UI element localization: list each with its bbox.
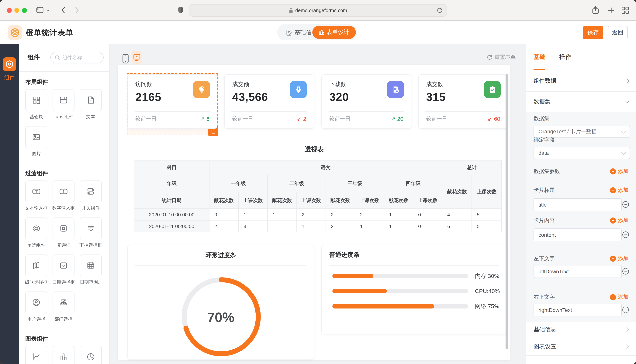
chevron-down-icon[interactable] [46, 10, 50, 12]
plus-icon [610, 187, 616, 193]
search-icon [55, 55, 60, 60]
search-placeholder: 组件名称 [62, 54, 82, 61]
component-item-date-picker[interactable]: 日期选择框 [53, 254, 75, 286]
reset-form-button[interactable]: 重置表单 [487, 54, 516, 61]
add-card-title-button[interactable]: 添加 [610, 187, 628, 194]
component-item-checkbox[interactable]: 复选框 [53, 218, 75, 248]
checkbox-icon [59, 224, 68, 233]
page-title: 橙单统计表单 [26, 28, 73, 38]
component-item-basic-block[interactable]: 基础块 [25, 89, 47, 120]
dataset-select[interactable]: OrangeTest / 卡片一数据 [534, 126, 630, 138]
sidebar-toggle-icon[interactable] [36, 7, 44, 14]
share-icon[interactable] [592, 6, 599, 15]
stat-card-visits[interactable]: 访问数 2165 较前一日 ↗ 6 [127, 74, 218, 129]
save-button[interactable]: 保存 [583, 26, 603, 39]
chevron-right-icon [624, 344, 629, 348]
component-item-number-input[interactable]: 数字输入框 [53, 180, 75, 212]
row-component-data[interactable]: 组件数据 [526, 70, 636, 92]
chevron-down-icon [624, 98, 629, 103]
add-card-content-button[interactable]: 添加 [610, 217, 628, 224]
remove-right-down-button[interactable] [622, 306, 629, 313]
text-doc-icon [86, 96, 95, 104]
component-search-input[interactable]: 组件名称 [50, 52, 104, 64]
privacy-shield-icon[interactable] [178, 6, 184, 14]
browser-window: demo.orangeforms.com [0, 0, 636, 364]
minimize-window-button[interactable] [14, 8, 19, 13]
mobile-preview-icon[interactable] [122, 54, 129, 64]
remove-card-title-button[interactable] [622, 201, 629, 208]
remove-left-down-button[interactable] [622, 268, 629, 274]
right-down-text-input[interactable]: rightDownText [534, 304, 622, 316]
ring-progress-widget[interactable]: 环形进度条 70% [127, 245, 314, 360]
stat-card-deals[interactable]: 成交数 315 较前一日 ↙ 60 [418, 74, 508, 129]
section-title-filter: 过滤组件 [25, 170, 103, 177]
component-item-bar-chart[interactable] [53, 346, 75, 364]
chevron-down-icon [621, 150, 626, 154]
hexagon-component-icon [5, 60, 14, 68]
row-basic-info[interactable]: 基础信息 [526, 322, 636, 337]
tab-basic[interactable]: 基础 [534, 53, 546, 61]
zoom-window-button[interactable] [22, 8, 27, 13]
plus-icon [610, 256, 616, 262]
address-bar[interactable]: demo.orangeforms.com [189, 4, 447, 16]
component-item-date-range[interactable]: 日期范围... [80, 254, 102, 286]
card-title-input[interactable]: title [534, 198, 622, 211]
tab-overview-icon[interactable] [622, 7, 629, 14]
new-tab-icon[interactable] [608, 7, 614, 14]
line-chart-icon [32, 352, 41, 361]
progress-label-memory: 内存:30% [475, 273, 499, 279]
app-header: 橙单统计表单 基础信息 表单设计 保存 返回 [0, 21, 636, 44]
canvas-scrollbar[interactable] [506, 74, 508, 349]
tabs-layout-icon [59, 96, 68, 104]
compare-label: 较前一日 [232, 116, 253, 122]
palette-title: 组件 [28, 54, 40, 62]
pivot-row-2: 2020-01-11 00:00:00 23 11 21 10 65 [134, 220, 502, 232]
grid-blocks-icon [32, 96, 41, 104]
component-item-image[interactable]: 图片 [25, 126, 47, 157]
left-down-text-input[interactable]: leftDownText [534, 265, 622, 278]
remove-card-content-button[interactable] [622, 232, 629, 238]
dataset-field-label: 数据集 [534, 115, 549, 122]
component-item-text-input[interactable]: 文本输入框 [25, 180, 47, 212]
reload-icon[interactable] [437, 8, 443, 14]
bind-field-select[interactable]: data [534, 147, 630, 159]
clipboard-check-icon [484, 81, 501, 98]
pivot-row-1: 2020-01-10 00:00:00 01 12 22 10 45 [134, 208, 502, 220]
component-item-user-select[interactable]: 用户选择 [25, 292, 47, 322]
component-item-text[interactable]: 文本 [80, 89, 102, 120]
close-window-button[interactable] [7, 8, 12, 13]
chevron-right-icon [624, 327, 629, 332]
date-range-icon [86, 261, 95, 270]
component-item-cascader[interactable]: 级联选择框 [25, 254, 47, 286]
bar-chart-component-icon [59, 352, 68, 361]
add-left-down-button[interactable]: 添加 [610, 255, 628, 262]
plain-progress-widget[interactable]: 普通进度条 内存:30% CPU:40% 网络:75% [321, 245, 507, 334]
tab-actions[interactable]: 操作 [559, 53, 571, 61]
card-content-input[interactable]: content [534, 228, 622, 241]
component-item-select[interactable]: 下拉选择框 [80, 218, 102, 248]
row-dataset[interactable]: 数据集 [526, 92, 636, 112]
component-item-switch[interactable]: 开关组件 [80, 180, 102, 212]
stat-card-deal-amount[interactable]: 成交额 43,566 较前一日 ↙ [224, 74, 314, 129]
rail-item-components[interactable] [3, 58, 16, 71]
component-item-dept-select[interactable]: 部门选择 [53, 292, 75, 322]
forward-icon[interactable] [75, 6, 79, 14]
add-dataset-param-button[interactable]: 添加 [610, 168, 628, 175]
url-text: demo.orangeforms.com [295, 8, 347, 13]
row-chart-settings[interactable]: 图表设置 [526, 337, 636, 356]
desktop-preview-toggle[interactable] [132, 51, 142, 64]
component-item-tabs[interactable]: Tabs 组件 [53, 89, 75, 120]
back-button[interactable]: 返回 [608, 26, 628, 39]
add-right-down-button[interactable]: 添加 [610, 294, 628, 300]
component-item-pie-chart[interactable] [80, 346, 102, 364]
pivot-table: 科目 语文 总计 年级 一年级 二年级 三年级 四年级 献花次数 上课次数 [134, 160, 502, 232]
progress-label-cpu: CPU:40% [475, 288, 500, 294]
stat-card-downloads[interactable]: 下载数 320 [321, 74, 411, 129]
dataset-settings-section: 数据集 OrangeTest / 卡片一数据 绑定字段 data 数据集参数 添… [526, 112, 636, 322]
component-item-line-chart[interactable] [25, 346, 47, 364]
back-icon[interactable] [61, 6, 65, 14]
tab-form-design[interactable]: 表单设计 [312, 26, 356, 39]
progress-bar-cpu [332, 289, 468, 294]
component-item-radio[interactable]: 单选组件 [25, 218, 47, 248]
form-info-icon [286, 30, 292, 36]
